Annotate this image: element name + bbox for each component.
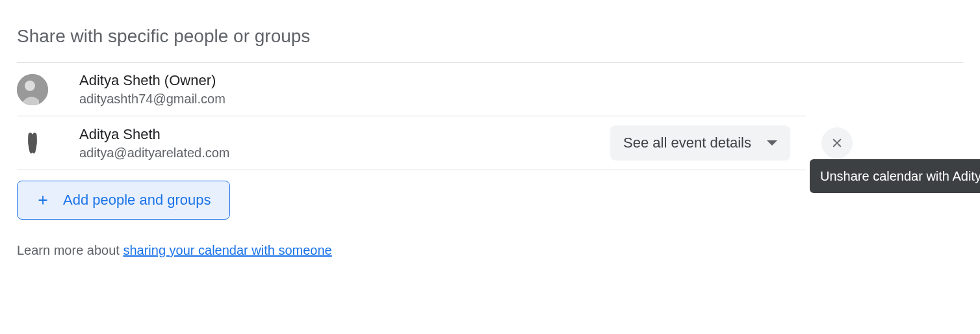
permission-label: See all event details xyxy=(623,135,751,151)
person-name: Aditya Sheth (Owner) xyxy=(79,72,806,89)
plus-icon xyxy=(36,193,50,207)
permission-dropdown[interactable]: See all event details xyxy=(610,125,790,161)
remove-person-button[interactable] xyxy=(821,127,853,159)
learn-more-link[interactable]: sharing your calendar with someone xyxy=(123,243,331,257)
person-name: Aditya Sheth xyxy=(79,126,610,143)
section-title: Share with specific people or groups xyxy=(17,26,963,47)
avatar xyxy=(17,74,48,105)
person-info: Aditya Sheth (Owner) adityashth74@gmail.… xyxy=(79,72,806,107)
learn-more-prefix: Learn more about xyxy=(17,243,123,257)
person-email: adityashth74@gmail.com xyxy=(79,92,806,107)
share-list: Aditya Sheth (Owner) adityashth74@gmail.… xyxy=(17,62,963,170)
learn-more-text: Learn more about sharing your calendar w… xyxy=(17,243,963,258)
share-row-owner: Aditya Sheth (Owner) adityashth74@gmail.… xyxy=(17,63,806,116)
person-info: Aditya Sheth aditya@adityarelated.com xyxy=(79,126,610,161)
add-button-label: Add people and groups xyxy=(63,192,211,209)
add-people-button[interactable]: Add people and groups xyxy=(17,181,230,220)
chevron-down-icon xyxy=(767,140,777,146)
close-icon xyxy=(830,136,844,150)
avatar xyxy=(17,127,48,159)
share-row-person: Aditya Sheth aditya@adityarelated.com Se… xyxy=(17,116,806,170)
svg-point-1 xyxy=(25,81,35,91)
person-email: aditya@adityarelated.com xyxy=(79,146,610,161)
tooltip: Unshare calendar with Aditya Sheth xyxy=(810,159,980,193)
